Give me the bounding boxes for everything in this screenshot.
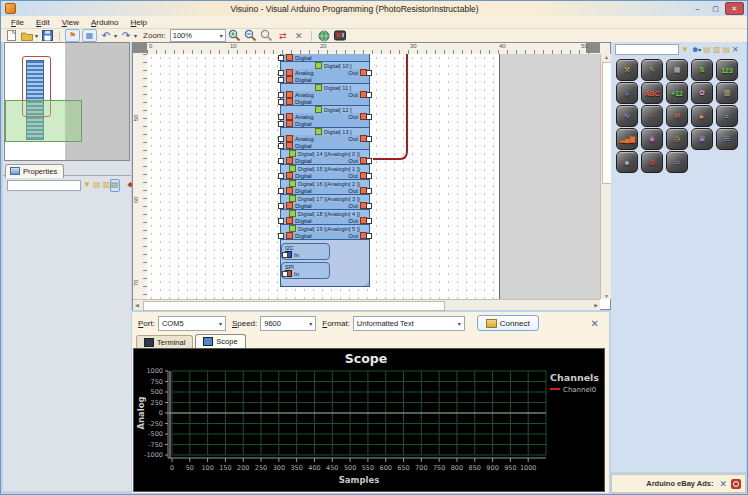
close-toolbox-icon[interactable]: ✕ — [732, 45, 739, 55]
collapse-all-icon[interactable]: ▥ — [102, 180, 110, 190]
zoom-out-button[interactable] — [244, 30, 258, 42]
compile-upload-button[interactable] — [333, 30, 347, 42]
zoom-reset-button[interactable] — [260, 30, 274, 42]
pin-connector[interactable] — [278, 143, 284, 149]
menu-arduino[interactable]: Arduino — [85, 18, 125, 27]
toolbox-category-memory[interactable]: ▥ — [716, 82, 738, 104]
toolbox-category-gamepad[interactable]: ▭ — [666, 151, 688, 173]
menu-help[interactable]: Help — [125, 18, 153, 27]
undo-button[interactable]: ↶ — [99, 30, 113, 42]
toolbox-category-filters[interactable]: ≈ — [716, 105, 738, 127]
menu-edit[interactable]: Edit — [30, 18, 56, 27]
board-section[interactable]: Digital[ 13 ]AnalogOutDigital — [281, 127, 369, 149]
minimap-viewport-rect[interactable] — [5, 100, 82, 142]
pin-connector[interactable] — [366, 203, 372, 209]
pin-row[interactable]: In — [285, 251, 329, 258]
board-section[interactable]: Digital[ 12 ]AnalogOutDigital — [281, 105, 369, 127]
redo-dropdown-icon[interactable]: ▾ — [134, 32, 137, 39]
build-refresh-button[interactable]: ⇄ — [276, 30, 290, 42]
new-project-button[interactable] — [4, 30, 18, 42]
pin-row[interactable]: DigitalOut — [281, 172, 369, 179]
pin-row[interactable]: AnalogOut — [281, 135, 369, 142]
serial-tools-icon[interactable]: ✕ — [591, 318, 599, 329]
pin-connector[interactable] — [278, 55, 284, 61]
pin-connector[interactable] — [366, 188, 372, 194]
open-dropdown-icon[interactable]: ▾ — [35, 32, 38, 39]
scroll-down-icon[interactable]: ▼ — [604, 293, 609, 299]
toolbox-search-input[interactable] — [615, 44, 679, 55]
pin-connector[interactable] — [282, 271, 288, 277]
pin-row[interactable]: AnalogOut — [281, 113, 369, 120]
scroll-up-icon[interactable]: ▲ — [604, 54, 609, 60]
toolbox-category-digital[interactable]: ▦ — [666, 59, 688, 81]
toolbox-category-stream[interactable]: ☵ — [716, 128, 738, 150]
save-project-button[interactable] — [40, 30, 54, 42]
toolbox-category-time[interactable]: ◷ — [666, 128, 688, 150]
overview-minimap[interactable] — [4, 42, 130, 161]
expand-all-icon[interactable]: ▤ — [93, 180, 101, 190]
toolbox-category-generators[interactable]: ∿ — [616, 105, 638, 127]
arrange-toggle-button[interactable]: ▤ — [110, 179, 120, 192]
board-section[interactable]: Digital[ 18 ](AnalogIn[ 4 ])DigitalOut — [281, 209, 369, 224]
redo-button[interactable]: ↷ — [119, 30, 133, 42]
toggle-grid-button[interactable]: ▦ — [82, 29, 97, 42]
toolbox-category-measurement[interactable]: ✎ — [641, 59, 663, 81]
tab-scope[interactable]: Scope — [195, 334, 245, 348]
minimize-button[interactable]: – — [689, 3, 706, 14]
board-section[interactable]: Digital[ 16 ](AnalogIn[ 2 ])DigitalOut — [281, 179, 369, 194]
ads-settings-icon[interactable]: ✕ — [719, 479, 727, 489]
web-help-button[interactable] — [317, 30, 331, 42]
pin-row[interactable]: Digital — [281, 98, 369, 105]
toolbox-category-display[interactable]: ▣ — [691, 128, 713, 150]
menu-view[interactable]: View — [56, 18, 85, 27]
toolbox-category-random[interactable]: ✿ — [691, 82, 713, 104]
zoom-select[interactable]: 100% ▾ — [170, 29, 226, 42]
pin-row[interactable]: DigitalOut — [281, 157, 369, 164]
pin-row[interactable]: DigitalOut — [281, 217, 369, 224]
expand-folders-icon[interactable]: ▥ — [713, 45, 721, 55]
pin-row[interactable]: In — [285, 270, 329, 277]
pin-connector[interactable] — [278, 173, 284, 179]
pin-connector[interactable] — [366, 158, 372, 164]
pin-connector[interactable] — [282, 252, 288, 258]
bus-i2c[interactable]: I2CIn — [281, 243, 330, 260]
pin-row[interactable]: Digital — [281, 54, 369, 61]
pin-connector[interactable] — [366, 173, 372, 179]
undo-dropdown-icon[interactable]: ▾ — [114, 32, 117, 39]
toolbox-category-meters[interactable]: ◔ — [641, 105, 663, 127]
board-section[interactable]: Digital[ 11 ]AnalogOutDigital — [281, 83, 369, 105]
new-folder-icon[interactable]: ▤ — [703, 45, 711, 55]
toolbox-category-ai[interactable]: ☻ — [616, 151, 638, 173]
toolbox-category-converters[interactable]: ⇅ — [691, 59, 713, 81]
connect-button[interactable]: Connect — [477, 315, 539, 331]
toolbox-category-math[interactable]: +12 — [666, 82, 688, 104]
pin-connector[interactable] — [278, 233, 284, 239]
speed-select[interactable]: 9600 ▾ — [260, 316, 316, 331]
pin-row[interactable]: DigitalOut — [281, 202, 369, 209]
pin-connector[interactable] — [278, 77, 284, 83]
pin-row[interactable]: Digital — [281, 142, 369, 149]
pin-row[interactable]: AnalogOut — [281, 69, 369, 76]
pin-row[interactable]: AnalogOut — [281, 91, 369, 98]
pin-row[interactable]: Digital — [281, 120, 369, 127]
zoom-in-button[interactable] — [228, 30, 242, 42]
format-select[interactable]: Unformatted Text ▾ — [353, 316, 465, 331]
toolbox-category-tools[interactable]: ⚒ — [616, 59, 638, 81]
pin-connector[interactable] — [278, 158, 284, 164]
pin-row[interactable]: DigitalOut — [281, 187, 369, 194]
scroll-left-icon[interactable]: ◀ — [135, 302, 139, 308]
design-canvas[interactable]: DigitalDigital[ 10 ]AnalogOutDigitalDigi… — [147, 54, 600, 299]
open-project-button[interactable] — [20, 30, 34, 42]
bus-spi[interactable]: SPIIn — [281, 262, 330, 279]
arduino-board-component[interactable]: DigitalDigital[ 10 ]AnalogOutDigitalDigi… — [280, 54, 370, 287]
pin-row[interactable]: DigitalOut — [281, 232, 369, 239]
pin-connector[interactable] — [278, 121, 284, 127]
toolbox-category-text[interactable]: ABC — [641, 82, 663, 104]
pin-connector[interactable] — [278, 99, 284, 105]
pin-connector[interactable] — [278, 203, 284, 209]
pin-connector[interactable] — [278, 188, 284, 194]
toggle-pin-labels-button[interactable]: ⚑ — [65, 29, 80, 42]
pin-row[interactable]: Digital — [281, 76, 369, 83]
close-button[interactable]: ✕ — [725, 2, 744, 15]
board-section[interactable]: Digital[ 17 ](AnalogIn[ 3 ])DigitalOut — [281, 194, 369, 209]
